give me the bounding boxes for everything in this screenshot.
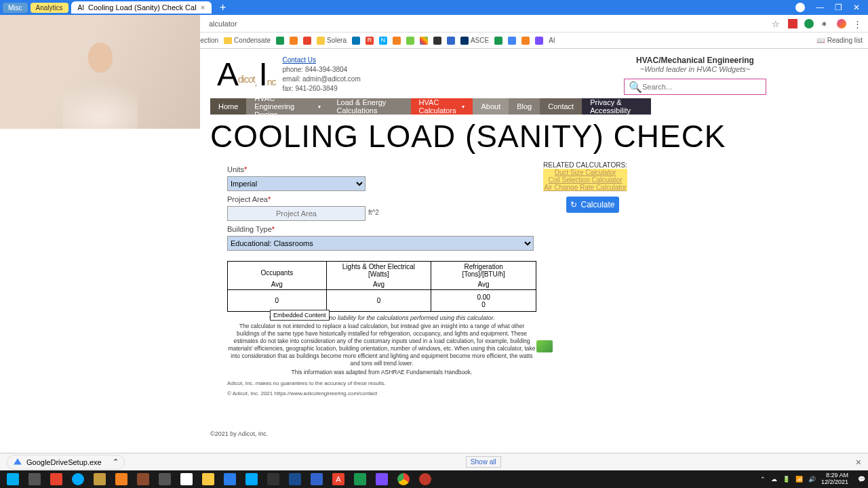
excel-app[interactable] [350,472,370,487]
minimize-icon[interactable]: — [816,3,824,12]
webcam-overlay [0,15,200,129]
taskbar-app[interactable] [111,472,132,487]
units-select[interactable]: Imperial [227,176,366,191]
bookmark-icon[interactable] [303,37,311,45]
taskbar-app[interactable] [285,472,305,487]
star-icon[interactable]: ☆ [772,19,781,28]
bookmark-icon[interactable]: N [379,37,387,45]
bookmark-icon[interactable] [521,37,530,45]
nav-contact[interactable]: Contact [540,98,582,115]
gmail-icon[interactable] [420,37,428,45]
new-tab-button[interactable]: + [213,1,233,14]
bookmark-icon[interactable] [433,37,441,45]
taskbar-app[interactable] [24,472,45,487]
extension-icon[interactable] [804,19,814,28]
nav-home[interactable]: Home [210,98,246,115]
taskbar-app[interactable] [307,472,327,487]
related-link[interactable]: Air Change Rate Calculator [543,184,627,191]
search-icon: 🔍 [629,81,642,94]
url-fragment[interactable]: alculator [209,20,237,28]
nav-load[interactable]: Load & Energy Calculations [329,98,411,115]
bookmark-icon[interactable] [508,37,516,45]
bookmark-icon[interactable] [393,37,401,45]
project-area-input[interactable] [227,206,366,221]
close-download-bar-icon[interactable]: × [856,457,861,468]
bookmark-icon[interactable]: R [366,37,374,45]
linkedin-icon[interactable] [352,37,360,45]
reading-list[interactable]: 📖 Reading list [816,37,863,44]
nav-design[interactable]: HVAC Engineering Design▾ [246,98,328,115]
browser-tab-strip: Misc Analytics AI Cooling Load (Sanity) … [0,0,868,15]
taskbar-app[interactable]: A [328,472,349,487]
related-link[interactable]: Coil Selection Calculator [543,176,627,184]
maximize-icon[interactable]: ❐ [835,3,842,12]
pill-analytics[interactable]: Analytics [31,3,68,13]
window-controls: — ❐ ✕ [795,3,865,12]
system-clock[interactable]: 8:29 AM 12/2/2021 [821,472,852,486]
chat-widget-icon[interactable] [536,340,553,352]
active-tab[interactable]: AI Cooling Load (Sanity) Check Cal × [71,1,212,14]
pdf-icon[interactable] [788,19,797,28]
chrome-app[interactable] [393,472,414,487]
bookmark-icon[interactable] [290,37,298,45]
main-nav: Home HVAC Engineering Design▾ Load & Ene… [210,98,651,115]
account-icon[interactable] [795,3,805,12]
bookmark-item[interactable]: Solera [317,37,347,45]
taskbar-app[interactable] [155,472,175,487]
contact-info: Contact Us phone: 844-394-3804 email: ad… [283,56,361,94]
battery-icon[interactable]: 🔋 [783,476,790,483]
tray-chevron-icon[interactable]: ⌃ [760,476,766,483]
taskbar-app[interactable] [220,472,240,487]
file-explorer[interactable] [198,472,218,487]
copyright-text: © Adicot, Inc. 2021 https://www.adicoten… [227,390,868,396]
volume-icon[interactable]: 🔊 [808,476,816,483]
close-tab-icon[interactable]: × [201,3,205,12]
svg-marker-0 [14,458,22,464]
btype-label: Building Type* [227,225,539,233]
drive-icon [13,458,22,467]
bookmark-icon[interactable] [447,37,455,45]
bookmark-icon[interactable] [535,37,543,45]
profile-avatar[interactable] [837,19,846,28]
refresh-icon: ↻ [570,200,577,209]
puzzle-icon[interactable]: ✴ [821,19,830,28]
wifi-icon[interactable]: 📶 [795,476,803,483]
adapted-text: This information was adapted from ASHRAE… [227,369,536,376]
calculate-button[interactable]: ↻Calculate [566,197,619,213]
menu-icon[interactable]: ⋮ [853,19,863,28]
start-button[interactable] [3,472,23,487]
nav-about[interactable]: About [473,98,509,115]
chevron-up-icon[interactable]: ⌃ [113,458,119,466]
related-link[interactable]: Duct Size Calculator [543,169,627,176]
search-input[interactable] [642,83,762,91]
taskbar-app[interactable] [176,472,197,487]
notification-icon[interactable]: 💬 [858,476,865,483]
bookmark-item[interactable]: ASCE [460,37,489,45]
tray-icon[interactable]: ☁ [771,476,777,483]
sheets-icon[interactable] [494,37,502,45]
bookmark-icon[interactable] [276,37,284,45]
taskbar-app[interactable] [372,472,392,487]
show-all-button[interactable]: Show all [466,456,501,468]
company-logo[interactable]: Adicot, Inc [217,56,276,93]
taskbar-app[interactable] [263,472,283,487]
download-item[interactable]: GoogleDriveSetup.exe ⌃ [7,455,125,470]
building-type-select[interactable]: Educational: Classrooms [227,236,534,251]
taskbar-app[interactable] [90,472,110,487]
taskbar-app[interactable] [46,472,66,487]
taskbar-app[interactable] [68,472,88,487]
pill-misc[interactable]: Misc [3,3,28,13]
taskbar-app[interactable] [133,472,153,487]
bookmark-icon[interactable] [406,37,414,45]
taskbar-app[interactable] [241,472,262,487]
bookmark-item[interactable]: Condensate [224,37,271,44]
taskbar: A ⌃ ☁ 🔋 📶 🔊 8:29 AM 12/2/2021 💬 [0,470,868,488]
units-label: Units* [227,165,539,174]
close-window-icon[interactable]: ✕ [853,3,860,12]
taskbar-app[interactable] [415,472,435,487]
nav-calculators[interactable]: HVAC Calculators▾ [411,98,473,115]
contact-us-link[interactable]: Contact Us [283,56,316,64]
nav-blog[interactable]: Blog [509,98,540,115]
nav-privacy[interactable]: Privacy & Accessibility [582,98,651,115]
search-box[interactable]: 🔍 [624,79,766,95]
